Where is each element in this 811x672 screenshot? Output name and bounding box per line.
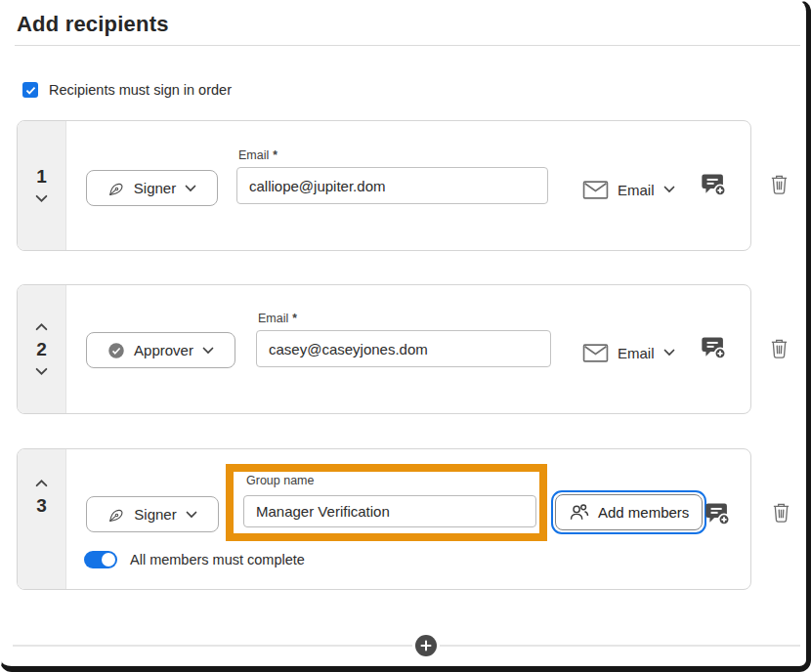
required-mark: * xyxy=(273,148,277,162)
trash-icon xyxy=(771,500,791,525)
toggle-knob xyxy=(102,553,115,567)
envelope-icon xyxy=(582,343,609,363)
page-title: Add recipients xyxy=(17,12,169,37)
people-icon xyxy=(569,503,589,522)
add-message-icon xyxy=(700,334,727,361)
add-message-icon xyxy=(700,171,727,198)
chevron-down-icon xyxy=(663,186,675,193)
chevron-up-icon xyxy=(35,479,48,487)
sign-in-order-label: Recipients must sign in order xyxy=(49,82,232,98)
recipient-2-order-strip: 2 xyxy=(18,285,66,413)
trash-icon xyxy=(769,336,790,360)
field-label-text: Email xyxy=(238,148,269,162)
recipient-1-delivery-dropdown[interactable]: Email xyxy=(582,173,675,206)
add-recipient-divider xyxy=(13,645,800,647)
recipient-2-move-down-button[interactable] xyxy=(31,365,52,378)
recipient-1-email-input[interactable] xyxy=(236,167,548,204)
recipient-2-email-label: Email* xyxy=(258,312,297,325)
recipient-card-2: 2 Approver Email* Email xyxy=(17,284,751,414)
recipient-3-order-strip: 3 xyxy=(18,449,66,589)
all-members-toggle[interactable] xyxy=(84,551,117,568)
recipient-3-role-dropdown[interactable]: Signer xyxy=(86,496,219,532)
envelope-icon xyxy=(582,180,609,200)
pen-icon xyxy=(107,506,125,524)
recipient-3-role-label: Signer xyxy=(134,506,176,523)
recipient-2-move-up-button[interactable] xyxy=(31,320,52,333)
pen-icon xyxy=(107,180,125,197)
recipient-2-add-message-button[interactable] xyxy=(700,334,727,361)
recipient-card-3: 3 Signer Group name Add members All memb… xyxy=(17,448,751,590)
chevron-down-icon xyxy=(35,367,48,376)
recipient-3-delete-button[interactable] xyxy=(771,500,791,525)
add-message-icon xyxy=(704,500,731,527)
recipient-3-group-name-input[interactable] xyxy=(243,495,536,527)
chevron-down-icon xyxy=(35,194,48,203)
recipient-1-role-dropdown[interactable]: Signer xyxy=(86,170,218,206)
recipient-2-delivery-dropdown[interactable]: Email xyxy=(582,336,675,369)
plus-icon xyxy=(420,640,432,651)
add-recipient-button[interactable] xyxy=(415,635,437,656)
recipient-card-1: 1 Signer Email* Email xyxy=(17,120,751,251)
recipient-1-add-message-button[interactable] xyxy=(700,171,727,198)
recipient-1-role-label: Signer xyxy=(134,180,176,196)
add-members-button[interactable]: Add members xyxy=(555,494,703,530)
all-members-toggle-row: All members must complete xyxy=(84,551,305,568)
recipient-1-email-label: Email* xyxy=(238,148,277,162)
recipient-1-index: 1 xyxy=(36,167,47,186)
chevron-down-icon xyxy=(186,511,197,519)
recipient-3-move-up-button[interactable] xyxy=(31,477,52,489)
chevron-down-icon xyxy=(185,185,196,192)
recipient-2-delivery-label: Email xyxy=(618,345,655,361)
recipient-2-index: 2 xyxy=(36,340,47,358)
title-divider xyxy=(15,45,800,46)
recipient-3-group-name-label: Group name xyxy=(246,474,314,487)
recipient-1-move-down-button[interactable] xyxy=(31,192,52,205)
recipient-3-add-message-button[interactable] xyxy=(704,500,731,527)
recipient-2-delete-button[interactable] xyxy=(769,336,790,360)
group-name-highlight-box: Group name xyxy=(226,464,547,541)
check-icon xyxy=(25,86,36,95)
recipient-2-email-input[interactable] xyxy=(256,330,551,367)
add-members-focus-ring: Add members xyxy=(551,490,706,534)
check-circle-icon xyxy=(107,342,125,359)
recipient-1-delivery-label: Email xyxy=(618,182,655,198)
required-mark: * xyxy=(292,312,297,325)
sign-in-order-checkbox[interactable] xyxy=(22,82,38,98)
recipient-1-order-strip: 1 xyxy=(18,121,66,250)
sign-in-order-option: Recipients must sign in order xyxy=(22,82,232,98)
chevron-down-icon xyxy=(202,347,214,355)
trash-icon xyxy=(769,172,790,196)
add-recipients-panel: Add recipients Recipients must sign in o… xyxy=(0,0,811,672)
recipient-2-role-dropdown[interactable]: Approver xyxy=(86,332,235,368)
add-members-label: Add members xyxy=(598,504,689,521)
all-members-toggle-label: All members must complete xyxy=(130,552,305,567)
chevron-down-icon xyxy=(663,349,675,357)
recipient-3-index: 3 xyxy=(36,496,47,515)
recipient-1-delete-button[interactable] xyxy=(769,172,790,196)
recipient-2-role-label: Approver xyxy=(134,342,193,358)
field-label-text: Email xyxy=(258,312,288,325)
chevron-up-icon xyxy=(35,322,48,331)
